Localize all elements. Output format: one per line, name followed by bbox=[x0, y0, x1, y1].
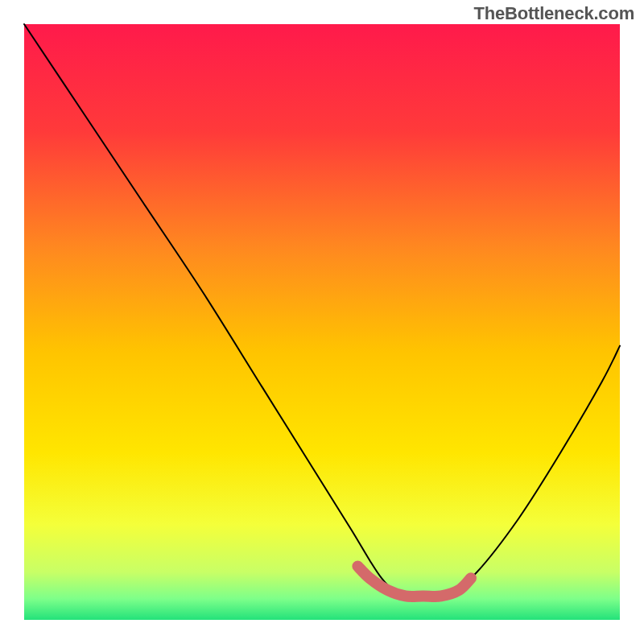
plot-background bbox=[24, 24, 620, 620]
watermark-text: TheBottleneck.com bbox=[473, 3, 634, 24]
bottleneck-chart bbox=[0, 0, 644, 644]
chart-stage: TheBottleneck.com bbox=[0, 0, 644, 644]
